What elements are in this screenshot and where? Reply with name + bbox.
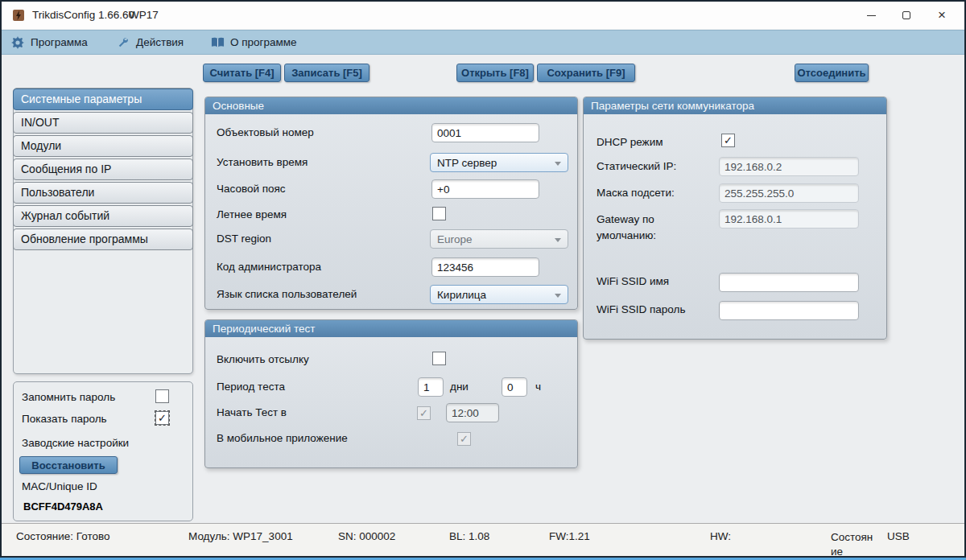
sidebar-item-users[interactable]: Пользователи <box>13 182 193 204</box>
sidebar-item-system-parameters[interactable]: Системные параметры <box>13 89 193 110</box>
read-button[interactable]: Считать [F4] <box>203 64 281 82</box>
start-test-label: Начать Тест в <box>217 406 287 418</box>
static-ip-input <box>719 157 859 176</box>
sidebar-item-event-log[interactable]: Журнал событий <box>13 205 193 227</box>
check-icon: ✓ <box>158 413 167 423</box>
close-button[interactable]: × <box>924 2 960 29</box>
restore-button[interactable]: Восстановить <box>19 456 118 474</box>
password-panel: Запомнить пароль Показать пароль ✓ Завод… <box>13 381 193 521</box>
statusbar: Состояние: Готово Модуль: WP17_3001 SN: … <box>2 523 964 556</box>
menu-actions[interactable]: Действия <box>117 31 184 54</box>
save-button[interactable]: Сохранить [F9] <box>537 64 635 82</box>
admin-code-label: Код администратора <box>217 261 321 273</box>
menu-program-label: Программа <box>31 36 88 48</box>
menu-about-label: О программе <box>230 36 297 48</box>
days-unit-label: дни <box>450 381 469 393</box>
status-state: Состояние: Готово <box>16 530 110 542</box>
set-time-label: Установить время <box>217 156 308 168</box>
titlebar: TrikdisConfig 1.66.60 WP17 × <box>2 2 964 29</box>
maximize-icon <box>902 11 910 19</box>
user-list-language-label: Язык списка пользователей <box>217 288 357 300</box>
summer-time-label: Летнее время <box>217 208 287 220</box>
write-button[interactable]: Записать [F5] <box>284 64 369 82</box>
subnet-mask-label: Маска подсети: <box>597 187 675 199</box>
user-list-language-value: Кирилица <box>437 289 486 301</box>
sidebar-item-ip-messages[interactable]: Сообщения по IP <box>13 159 193 180</box>
menu-about[interactable]: О программе <box>211 31 297 54</box>
maximize-button[interactable] <box>889 2 924 29</box>
app-logo-icon <box>12 9 25 22</box>
gateway-input <box>719 209 859 229</box>
menubar: Программа Действия О программе <box>2 30 964 55</box>
test-period-days-input[interactable] <box>418 377 444 397</box>
sidebar: Системные параметры IN/OUT Модули Сообще… <box>13 88 193 374</box>
menu-actions-label: Действия <box>136 36 184 48</box>
mac-id-label: MAC/Unique ID <box>22 480 97 492</box>
mobile-app-label: В мобильное приложение <box>217 432 348 444</box>
check-icon: ✓ <box>460 434 469 444</box>
gear-icon <box>11 36 25 49</box>
status-hw: HW: <box>710 530 731 542</box>
enable-test-label: Включить отсылку <box>217 353 309 365</box>
sidebar-item-firmware-update[interactable]: Обновление программы <box>13 229 193 250</box>
check-icon: ✓ <box>419 408 428 418</box>
set-time-select[interactable]: NTP сервер <box>430 153 568 172</box>
app-window: TrikdisConfig 1.66.60 WP17 × Программа <box>0 0 966 558</box>
set-time-value: NTP сервер <box>437 157 497 169</box>
chevron-down-icon <box>555 238 561 242</box>
static-ip-label: Статический IP: <box>597 160 676 172</box>
timezone-input[interactable] <box>431 179 539 199</box>
minimize-button[interactable] <box>853 2 889 29</box>
admin-code-input[interactable] <box>431 257 539 277</box>
status-usb: Состояние USB <box>831 530 910 558</box>
status-module: Модуль: WP17_3001 <box>188 530 293 542</box>
show-password-label: Показать пароль <box>22 413 107 425</box>
gateway-label: Gateway по умолчанию: <box>597 212 687 243</box>
summer-time-checkbox[interactable] <box>432 207 446 220</box>
mobile-app-checkbox: ✓ <box>457 432 471 446</box>
remember-password-label: Запомнить пароль <box>22 391 115 403</box>
start-test-time-input <box>446 403 499 422</box>
dst-region-select: Europe <box>430 229 568 249</box>
status-bl: BL: 1.08 <box>449 530 489 542</box>
user-list-language-select[interactable]: Кирилица <box>430 285 568 304</box>
test-period-label: Период теста <box>217 381 285 393</box>
dhcp-label: DHCP режим <box>597 136 663 148</box>
window-title: TrikdisConfig 1.66.60 <box>32 9 134 21</box>
chevron-down-icon <box>555 162 561 166</box>
dhcp-checkbox[interactable]: ✓ <box>721 134 735 147</box>
wifi-ssid-password-label: WiFi SSID пароль <box>597 303 685 315</box>
window-controls: × <box>853 2 960 29</box>
open-button[interactable]: Открыть [F8] <box>456 64 534 82</box>
status-usb-value: USB <box>887 530 910 542</box>
sidebar-item-in-out[interactable]: IN/OUT <box>13 112 193 134</box>
check-icon: ✓ <box>724 135 733 146</box>
minimize-icon <box>867 15 876 16</box>
wifi-ssid-name-label: WiFi SSID имя <box>597 275 669 287</box>
object-number-input[interactable] <box>431 123 539 142</box>
chevron-down-icon <box>555 294 561 298</box>
subnet-mask-input <box>719 183 859 203</box>
menu-program[interactable]: Программа <box>11 31 88 54</box>
status-fw: FW:1.21 <box>549 530 590 542</box>
enable-test-checkbox[interactable] <box>432 352 446 365</box>
network-group-title: Параметры сети коммуникатора <box>584 97 886 114</box>
wrench-icon <box>117 36 130 49</box>
show-password-checkbox[interactable]: ✓ <box>155 411 169 425</box>
test-period-hours-input[interactable] <box>502 377 527 397</box>
dst-region-value: Europe <box>437 233 473 245</box>
disconnect-button[interactable]: Отсоединить <box>795 64 869 82</box>
book-icon <box>211 36 225 49</box>
remember-password-checkbox[interactable] <box>155 389 169 403</box>
periodic-test-group-title: Периодический тест <box>205 320 577 337</box>
status-usb-label: Состояние <box>831 530 877 558</box>
sidebar-item-modules[interactable]: Модули <box>13 135 193 157</box>
general-group: Основные Объектовый номер Установить вре… <box>204 97 578 310</box>
object-number-label: Объектовый номер <box>217 126 314 138</box>
wifi-ssid-password-input[interactable] <box>719 301 859 320</box>
wifi-ssid-name-input[interactable] <box>719 273 859 292</box>
hours-unit-label: ч <box>535 381 541 393</box>
general-group-title: Основные <box>205 97 577 114</box>
status-sn: SN: 000002 <box>338 530 395 542</box>
dst-region-label: DST region <box>217 233 271 245</box>
